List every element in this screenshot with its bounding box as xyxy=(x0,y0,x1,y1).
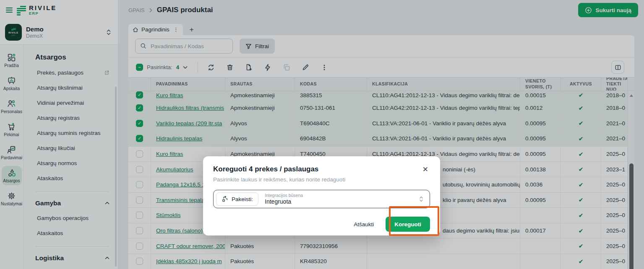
change-field-chip[interactable]: Pakeisti: xyxy=(216,192,258,206)
app-root: RIVILE ERP RIVILEERP Demo DemoX Pradžia xyxy=(0,0,644,269)
bulk-edit-field: Pakeisti: Integracijos būsena Integruota xyxy=(213,190,430,208)
select-chevrons-icon[interactable] xyxy=(419,195,424,203)
field-label: Integracijos būsena xyxy=(265,193,419,198)
chip-label: Pakeisti: xyxy=(232,196,253,202)
replace-icon xyxy=(222,196,228,202)
modal-subtitle: Pasirinkite laukus ir reikšmes, kurias n… xyxy=(213,176,430,183)
close-icon[interactable]: ✕ xyxy=(421,165,430,174)
cancel-button[interactable]: Atšaukti xyxy=(354,221,374,228)
field-value-select[interactable]: Integruota xyxy=(265,198,419,206)
modal-title: Koreguoti 4 prekes / paslaugas xyxy=(213,165,318,173)
submit-koreguoti-button[interactable]: Koreguoti xyxy=(386,217,430,232)
bulk-edit-modal: Koreguoti 4 prekes / paslaugas ✕ Pasirin… xyxy=(203,156,440,235)
